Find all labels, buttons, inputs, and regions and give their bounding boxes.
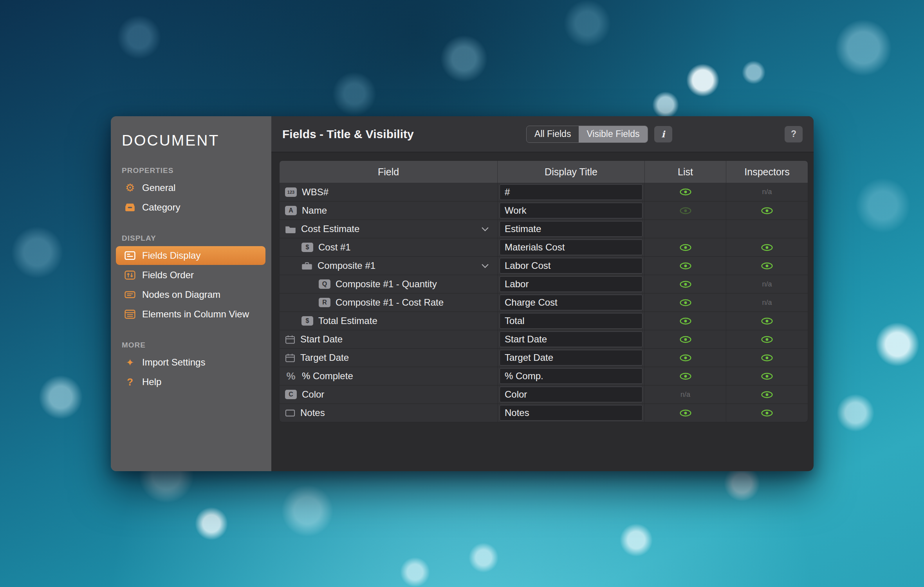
- page-title: Fields - Title & Visibility: [282, 128, 414, 141]
- question-mark-icon: ?: [124, 376, 136, 388]
- inspectors-visibility-eye-icon[interactable]: [761, 354, 773, 362]
- table-row[interactable]: 123 WBS# # n/a: [280, 183, 808, 201]
- table-row[interactable]: $ Cost #1 Materials Cost: [280, 238, 808, 256]
- nodes-on-diagram-icon: [124, 290, 136, 299]
- list-visibility-eye-icon[interactable]: [679, 409, 692, 417]
- sidebar-item-label: Nodes on Diagram: [142, 289, 220, 300]
- list-visibility-eye-icon[interactable]: [679, 354, 692, 362]
- sidebar-item-label: Help: [142, 376, 161, 387]
- na-label: n/a: [762, 280, 772, 288]
- sidebar-section-properties: PROPERTIES ⚙ General Category: [111, 166, 271, 217]
- sidebar-item-label: Import Settings: [142, 357, 205, 368]
- na-label: n/a: [762, 188, 772, 196]
- main-panel: Fields - Title & Visibility All Fields V…: [271, 116, 814, 471]
- field-label: Cost #1: [318, 242, 351, 253]
- inspectors-visibility-eye-icon[interactable]: [761, 336, 773, 343]
- chevron-down-icon[interactable]: [482, 227, 489, 231]
- percent-icon: %: [285, 370, 297, 382]
- table-row[interactable]: A Name Work: [280, 201, 808, 220]
- fields-table: Field Display Title List Inspectors 123 …: [279, 160, 808, 422]
- info-button[interactable]: i: [654, 126, 672, 142]
- table-row[interactable]: Cost Estimate Estimate: [280, 220, 808, 238]
- folder-icon: [285, 225, 296, 233]
- document-settings-window: DOCUMENT PROPERTIES ⚙ General Category D…: [111, 116, 814, 471]
- list-visibility-eye-icon[interactable]: [679, 188, 692, 196]
- display-title-input[interactable]: Total: [500, 313, 642, 329]
- list-visibility-eye-icon[interactable]: [679, 281, 692, 288]
- display-title-input[interactable]: % Comp.: [500, 368, 642, 384]
- display-title-input[interactable]: Color: [500, 387, 642, 402]
- display-title-input[interactable]: Charge Cost: [500, 295, 642, 310]
- list-visibility-eye-icon[interactable]: [679, 317, 692, 325]
- field-label: Notes: [300, 407, 325, 418]
- list-visibility-eye-icon[interactable]: [679, 336, 692, 343]
- list-visibility-eye-icon[interactable]: [679, 299, 692, 306]
- gears-icon: ⚙: [124, 183, 136, 193]
- display-title-input[interactable]: Estimate: [500, 221, 642, 237]
- sidebar: DOCUMENT PROPERTIES ⚙ General Category D…: [111, 116, 271, 471]
- category-box-icon: [124, 203, 136, 212]
- display-title-input[interactable]: Work: [500, 203, 642, 218]
- fields-display-icon: [124, 251, 136, 260]
- sidebar-item-fields-display[interactable]: Fields Display: [116, 246, 265, 265]
- inspectors-visibility-eye-icon[interactable]: [761, 373, 773, 380]
- inspectors-visibility-eye-icon[interactable]: [761, 262, 773, 270]
- table-row[interactable]: Composite #1 Labor Cost: [280, 256, 808, 275]
- import-sparkle-icon: ✦: [124, 358, 136, 367]
- sidebar-item-category[interactable]: Category: [116, 198, 265, 217]
- display-title-input[interactable]: #: [500, 184, 642, 200]
- notes-icon: [285, 409, 295, 417]
- help-button[interactable]: ?: [785, 126, 803, 142]
- chevron-down-icon[interactable]: [482, 264, 489, 268]
- table-row[interactable]: % % Complete % Comp.: [280, 367, 808, 385]
- inspectors-visibility-eye-icon[interactable]: [761, 317, 773, 325]
- sidebar-item-elements-in-column-view[interactable]: Elements in Column View: [116, 305, 265, 324]
- section-label: PROPERTIES: [122, 166, 271, 175]
- display-title-input[interactable]: Target Date: [500, 350, 642, 366]
- inspectors-visibility-eye-icon[interactable]: [761, 391, 773, 398]
- table-row[interactable]: R Composite #1 - Cost Rate Charge Cost n…: [280, 293, 808, 312]
- column-header-inspectors: Inspectors: [726, 161, 808, 183]
- calendar-icon: [285, 335, 295, 344]
- table-row[interactable]: C Color Color n/a: [280, 385, 808, 403]
- list-visibility-eye-icon[interactable]: [679, 262, 692, 270]
- sidebar-item-help[interactable]: ? Help: [116, 373, 265, 391]
- fields-filter-segmented[interactable]: All Fields Visible Fields: [526, 126, 648, 143]
- list-visibility-eye-icon[interactable]: [679, 244, 692, 251]
- display-title-input[interactable]: Start Date: [500, 331, 642, 347]
- column-header-field: Field: [280, 161, 498, 183]
- calendar-icon: [285, 353, 295, 362]
- inspectors-visibility-eye-icon[interactable]: [761, 409, 773, 417]
- color-icon: C: [285, 390, 297, 399]
- table-row[interactable]: $ Total Estimate Total: [280, 312, 808, 330]
- sidebar-item-import-settings[interactable]: ✦ Import Settings: [116, 353, 265, 372]
- display-title-input[interactable]: Labor: [500, 276, 642, 292]
- display-title-input[interactable]: Labor Cost: [500, 258, 642, 274]
- section-label: DISPLAY: [122, 234, 271, 243]
- segment-all-fields[interactable]: All Fields: [527, 126, 579, 142]
- dollar-icon: $: [301, 316, 313, 326]
- sidebar-item-general[interactable]: ⚙ General: [116, 178, 265, 197]
- sidebar-item-fields-order[interactable]: Fields Order: [116, 266, 265, 284]
- field-label: Target Date: [300, 352, 349, 363]
- dollar-icon: $: [301, 243, 313, 252]
- sidebar-item-label: General: [142, 182, 175, 193]
- inspectors-visibility-eye-icon[interactable]: [761, 244, 773, 251]
- table-row[interactable]: Q Composite #1 - Quantity Labor n/a: [280, 275, 808, 293]
- field-label: Composite #1 - Cost Rate: [336, 297, 444, 308]
- list-visibility-eye-icon[interactable]: [679, 207, 692, 214]
- sidebar-item-label: Fields Display: [142, 250, 200, 261]
- table-row[interactable]: Notes Notes: [280, 403, 808, 422]
- table-row[interactable]: Start Date Start Date: [280, 330, 808, 348]
- sidebar-item-nodes-on-diagram[interactable]: Nodes on Diagram: [116, 285, 265, 304]
- inspectors-visibility-eye-icon[interactable]: [761, 207, 773, 214]
- display-title-input[interactable]: Notes: [500, 405, 642, 421]
- column-header-list: List: [645, 161, 726, 183]
- segment-visible-fields[interactable]: Visible Fields: [579, 126, 647, 142]
- list-visibility-eye-icon[interactable]: [679, 373, 692, 380]
- table-row[interactable]: Target Date Target Date: [280, 348, 808, 367]
- display-title-input[interactable]: Materials Cost: [500, 239, 642, 255]
- sidebar-item-label: Elements in Column View: [142, 309, 249, 320]
- table-header-row: Field Display Title List Inspectors: [280, 161, 808, 183]
- sidebar-section-display: DISPLAY Fields Display Fields Order Node…: [111, 234, 271, 324]
